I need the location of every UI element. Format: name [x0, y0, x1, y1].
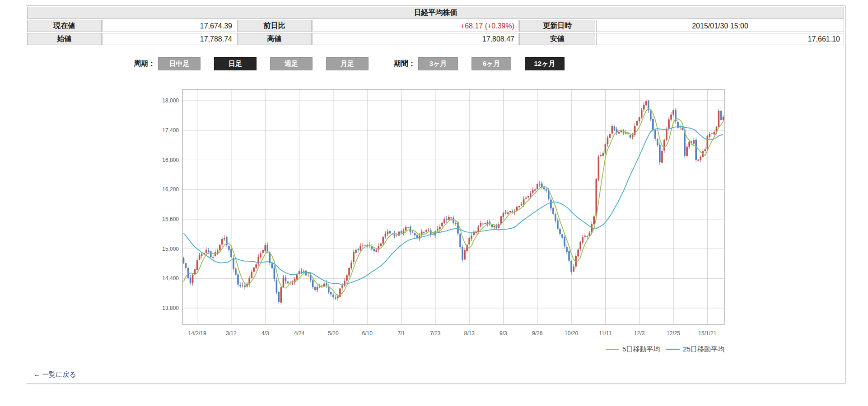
- back-to-list-link[interactable]: ← 一覧に戻る: [33, 370, 76, 379]
- svg-text:10/20: 10/20: [565, 330, 578, 337]
- current-price-label: 現在値: [27, 20, 102, 32]
- period-button-weekly[interactable]: 週足: [270, 57, 313, 70]
- svg-text:7/23: 7/23: [430, 330, 441, 337]
- range-button-3m[interactable]: 3ヶ月: [418, 57, 458, 70]
- svg-text:18,000: 18,000: [162, 97, 179, 104]
- period-button-monthly[interactable]: 月足: [326, 57, 369, 70]
- current-price-value: 17,674.39: [103, 20, 236, 32]
- svg-text:8/13: 8/13: [464, 330, 475, 337]
- svg-text:7/1: 7/1: [397, 330, 405, 337]
- svg-text:6/10: 6/10: [362, 330, 373, 337]
- open-label: 始値: [27, 33, 102, 45]
- svg-text:11/11: 11/11: [599, 330, 612, 337]
- svg-text:4/24: 4/24: [294, 330, 305, 337]
- svg-text:16,200: 16,200: [162, 186, 179, 193]
- change-label: 前日比: [237, 20, 312, 32]
- high-value: 17,808.47: [313, 33, 518, 45]
- svg-text:12/3: 12/3: [634, 330, 645, 337]
- svg-text:14,400: 14,400: [162, 275, 179, 281]
- period-button-intraday[interactable]: 日中足: [158, 57, 201, 70]
- updated-at-value: 2015/01/30 15:00: [596, 20, 844, 32]
- range-group-label: 期間：: [394, 59, 415, 69]
- svg-text:9/3: 9/3: [499, 330, 507, 337]
- high-label: 高値: [237, 33, 312, 45]
- svg-text:12/25: 12/25: [667, 330, 680, 337]
- open-value: 17,788.74: [103, 33, 236, 45]
- ma5-legend-label: 5日移動平均: [622, 345, 660, 354]
- svg-text:4/3: 4/3: [261, 330, 269, 337]
- stock-chart-page: 日経平均株価 現在値 17,674.39 前日比 +68.17 (+0.39%)…: [0, 0, 868, 406]
- change-value: +68.17 (+0.39%): [313, 20, 518, 32]
- period-button-daily[interactable]: 日足: [214, 57, 257, 70]
- svg-text:14/2/19: 14/2/19: [188, 330, 206, 337]
- svg-text:3/12: 3/12: [226, 330, 237, 337]
- low-label: 安値: [519, 33, 595, 45]
- svg-text:9/26: 9/26: [532, 330, 543, 337]
- ma25-line-swatch-icon: [666, 349, 680, 350]
- ma25-legend-label: 25日移動平均: [683, 345, 724, 354]
- page-title: 日経平均株価: [27, 7, 844, 19]
- svg-text:15/1/21: 15/1/21: [698, 330, 716, 337]
- range-button-6m[interactable]: 6ヶ月: [471, 57, 511, 70]
- svg-text:17,400: 17,400: [162, 127, 179, 134]
- svg-text:13,800: 13,800: [162, 305, 179, 311]
- low-value: 17,661.10: [596, 33, 844, 45]
- content-panel: 日経平均株価 現在値 17,674.39 前日比 +68.17 (+0.39%)…: [26, 5, 845, 383]
- quote-table: 日経平均株価 現在値 17,674.39 前日比 +68.17 (+0.39%)…: [26, 6, 845, 46]
- svg-text:15,000: 15,000: [162, 246, 179, 252]
- chart-legend: 5日移動平均 25日移動平均: [154, 345, 724, 354]
- updated-at-label: 更新日時: [519, 20, 595, 32]
- chart-canvas: 18,00017,40016,80016,20015,60015,00014,4…: [154, 74, 737, 344]
- range-button-12m[interactable]: 12ヶ月: [525, 57, 565, 70]
- svg-text:15,600: 15,600: [162, 216, 179, 222]
- legend-item-ma5: 5日移動平均: [606, 345, 660, 354]
- chart-controls: 周期： 日中足 日足 週足 月足 期間： 3ヶ月 6ヶ月 12ヶ月: [134, 57, 578, 70]
- legend-item-ma25: 25日移動平均: [666, 345, 724, 354]
- period-group-label: 周期：: [134, 59, 155, 69]
- candlestick-chart: 18,00017,40016,80016,20015,60015,00014,4…: [154, 74, 737, 344]
- ma5-line-swatch-icon: [606, 349, 619, 350]
- svg-text:16,800: 16,800: [162, 157, 179, 163]
- svg-text:5/20: 5/20: [328, 330, 339, 337]
